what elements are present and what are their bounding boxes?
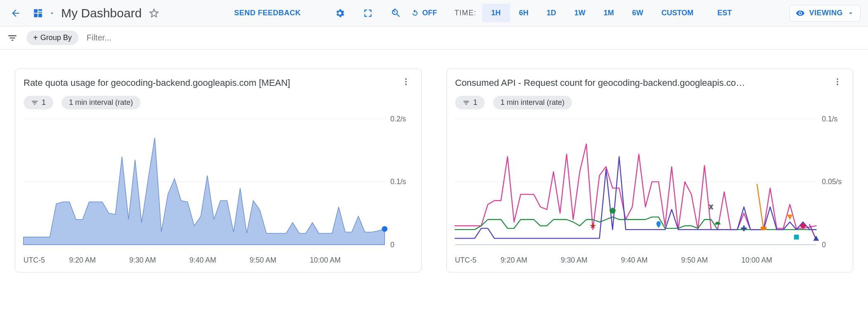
- group-by-button[interactable]: + Group By: [26, 31, 78, 45]
- filter-count-chip[interactable]: 1: [455, 96, 485, 109]
- chart-panel-requests: Consumed API - Request count for geocodi…: [446, 69, 853, 272]
- svg-text:0.1/s: 0.1/s: [390, 178, 406, 186]
- time-opt-1w[interactable]: 1W: [565, 4, 595, 22]
- requests-line-chart[interactable]: 00.05/s0.1/sUTC-59:20 AM9:30 AM9:40 AM9:…: [451, 114, 849, 266]
- auto-refresh-label: OFF: [422, 9, 437, 17]
- topbar: My Dashboard SEND FEEDBACK OFF TIME: 1H6…: [0, 0, 868, 26]
- svg-text:9:30 AM: 9:30 AM: [129, 256, 156, 264]
- svg-text:9:40 AM: 9:40 AM: [190, 256, 216, 264]
- filter-count-chip[interactable]: 1: [24, 96, 53, 109]
- page-title: My Dashboard: [61, 6, 142, 20]
- svg-point-18: [837, 84, 838, 85]
- svg-point-1: [405, 81, 407, 83]
- chart-grid: Rate quota usage for geocoding-backend.g…: [0, 50, 868, 291]
- time-opt-1m[interactable]: 1M: [595, 4, 623, 22]
- svg-point-16: [837, 78, 838, 80]
- svg-text:9:40 AM: 9:40 AM: [621, 256, 648, 264]
- svg-text:UTC-5: UTC-5: [455, 256, 477, 264]
- group-by-label: Group By: [40, 33, 72, 42]
- auto-refresh-toggle[interactable]: OFF: [410, 8, 437, 18]
- time-opt-1h[interactable]: 1H: [482, 4, 510, 22]
- favorite-toggle[interactable]: [146, 5, 162, 21]
- svg-text:0: 0: [822, 241, 826, 249]
- arrow-left-icon: [10, 8, 21, 19]
- interval-chip[interactable]: 1 min interval (rate): [493, 96, 572, 109]
- filter-menu[interactable]: [4, 30, 21, 46]
- svg-text:9:50 AM: 9:50 AM: [681, 256, 708, 264]
- panel-title: Consumed API - Request count for geocodi…: [455, 78, 833, 88]
- quota-area-chart[interactable]: 00.1/s0.2/sUTC-59:20 AM9:30 AM9:40 AM9:5…: [19, 114, 417, 266]
- svg-point-2: [405, 84, 407, 85]
- svg-text:0.2/s: 0.2/s: [390, 115, 406, 123]
- chevron-down-icon[interactable]: [49, 10, 55, 17]
- fullscreen-button[interactable]: [360, 5, 376, 21]
- settings-button[interactable]: [332, 5, 348, 21]
- interval-label: 1 min interval (rate): [69, 98, 133, 107]
- filterbar: + Group By: [0, 26, 868, 50]
- svg-text:0: 0: [390, 241, 394, 249]
- view-mode-label: VIEWING: [809, 9, 843, 17]
- filter-list-icon: [462, 99, 470, 107]
- svg-point-0: [405, 78, 407, 80]
- gear-icon: [334, 8, 345, 19]
- filter-count: 1: [42, 98, 46, 107]
- filter-count: 1: [473, 98, 477, 107]
- interval-chip[interactable]: 1 min interval (rate): [62, 96, 140, 109]
- filter-list-icon: [7, 33, 18, 43]
- svg-text:9:30 AM: 9:30 AM: [561, 256, 588, 264]
- time-range-tabs: 1H6H1D1W1M6WCUSTOM: [482, 4, 703, 22]
- interval-label: 1 min interval (rate): [500, 98, 564, 107]
- svg-text:10:00 AM: 10:00 AM: [310, 256, 341, 264]
- panel-menu-button[interactable]: [833, 76, 842, 89]
- svg-text:9:20 AM: 9:20 AM: [500, 256, 527, 264]
- fullscreen-icon: [363, 8, 373, 19]
- timezone-button[interactable]: EST: [708, 4, 741, 22]
- chart-panel-quota: Rate quota usage for geocoding-backend.g…: [15, 69, 422, 272]
- svg-point-15: [382, 226, 388, 232]
- filter-list-icon: [31, 99, 38, 107]
- time-label: TIME:: [455, 9, 477, 17]
- view-mode-button[interactable]: VIEWING: [790, 5, 861, 21]
- svg-text:UTC-5: UTC-5: [24, 256, 45, 264]
- time-opt-1d[interactable]: 1D: [538, 4, 565, 22]
- svg-point-17: [837, 81, 838, 83]
- refresh-icon: [410, 8, 420, 18]
- more-vert-icon: [401, 77, 410, 86]
- svg-text:0.05/s: 0.05/s: [822, 178, 842, 186]
- svg-text:10:00 AM: 10:00 AM: [741, 256, 772, 264]
- svg-text:9:50 AM: 9:50 AM: [249, 256, 276, 264]
- chevron-down-icon: [847, 9, 854, 17]
- svg-text:9:20 AM: 9:20 AM: [69, 256, 96, 264]
- back-button[interactable]: [7, 5, 24, 21]
- magnifier-reset-icon: [391, 8, 401, 19]
- send-feedback-button[interactable]: SEND FEEDBACK: [234, 9, 301, 17]
- panel-title: Rate quota usage for geocoding-backend.g…: [24, 78, 401, 88]
- more-vert-icon: [833, 77, 842, 86]
- dashboard-select[interactable]: [30, 5, 46, 21]
- time-opt-6h[interactable]: 6H: [510, 4, 538, 22]
- filter-input[interactable]: [84, 33, 864, 43]
- star-outline-icon: [149, 8, 159, 19]
- zoom-reset-button[interactable]: [388, 5, 404, 21]
- eye-icon: [796, 9, 805, 18]
- panel-menu-button[interactable]: [401, 76, 410, 89]
- dashboard-grid-icon: [33, 8, 43, 19]
- time-opt-custom[interactable]: CUSTOM: [652, 4, 703, 22]
- svg-text:0.1/s: 0.1/s: [822, 115, 837, 123]
- time-opt-6w[interactable]: 6W: [623, 4, 652, 22]
